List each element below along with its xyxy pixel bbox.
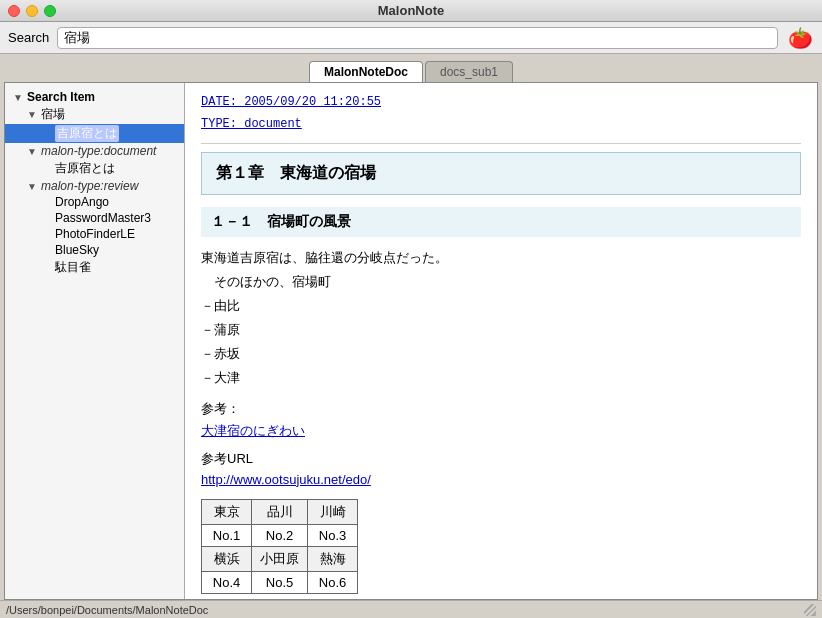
spacer-icon	[41, 211, 55, 225]
table-cell: No.6	[308, 571, 358, 593]
body-line-4: －蒲原	[201, 319, 801, 341]
title-bar: MalonNote	[0, 0, 822, 22]
body-line-3: －由比	[201, 295, 801, 317]
table-cell: No.2	[252, 524, 308, 546]
sidebar-item-dame-suzume[interactable]: 駄目雀	[5, 258, 184, 277]
sidebar-item-bluesky[interactable]: BlueSky	[5, 242, 184, 258]
spacer-icon	[41, 195, 55, 209]
sidebar: ▼ Search Item ▼ 宿場 吉原宿とは ▼ malon-type:do…	[5, 83, 185, 599]
search-input[interactable]	[57, 27, 778, 49]
sidebar-item-malon-document[interactable]: ▼ malon-type:document	[5, 143, 184, 159]
meta-type: TYPE: document	[201, 117, 801, 131]
resize-handle[interactable]	[804, 604, 816, 616]
table-cell: No.5	[252, 571, 308, 593]
table-cell: 熱海	[308, 546, 358, 571]
spacer-icon	[41, 243, 55, 257]
body-line-2: そのほかの、宿場町	[201, 271, 801, 293]
window-title: MalonNote	[378, 3, 444, 18]
content-pane: DATE: 2005/09/20 11:20:55 TYPE: document…	[185, 83, 817, 599]
main-content: ▼ Search Item ▼ 宿場 吉原宿とは ▼ malon-type:do…	[4, 82, 818, 600]
tab-docs-sub1[interactable]: docs_sub1	[425, 61, 513, 82]
table-cell: 東京	[202, 499, 252, 524]
ref-label: 参考：	[201, 400, 801, 418]
close-button[interactable]	[8, 5, 20, 17]
tab-bar: MalonNoteDoc docs_sub1	[0, 54, 822, 82]
ref-link[interactable]: 大津宿のにぎわい	[201, 423, 305, 438]
status-path: /Users/bonpei/Documents/MalonNoteDoc	[6, 604, 208, 616]
body-line-6: －大津	[201, 367, 801, 389]
chapter-title: 第１章 東海道の宿場	[201, 152, 801, 195]
window-buttons	[8, 5, 56, 17]
ref-url-label: 参考URL	[201, 450, 801, 468]
ref-url-link[interactable]: http://www.ootsujuku.net/edo/	[201, 472, 371, 487]
maximize-button[interactable]	[44, 5, 56, 17]
sidebar-item-yoshiwara[interactable]: 吉原宿とは	[5, 124, 184, 143]
meta-date: DATE: 2005/09/20 11:20:55	[201, 95, 801, 109]
table-cell: No.1	[202, 524, 252, 546]
arrow-icon: ▼	[27, 109, 41, 120]
body-line-1: 東海道吉原宿は、脇往還の分岐点だった。	[201, 247, 801, 269]
sidebar-item-malon-review[interactable]: ▼ malon-type:review	[5, 178, 184, 194]
spacer-icon	[41, 162, 55, 176]
sidebar-item-shukuba[interactable]: ▼ 宿場	[5, 105, 184, 124]
section-heading: １－１ 宿場町の風景	[201, 207, 801, 237]
sidebar-item-password-master[interactable]: PasswordMaster3	[5, 210, 184, 226]
table-cell: No.4	[202, 571, 252, 593]
table-cell: 横浜	[202, 546, 252, 571]
table-cell: 川崎	[308, 499, 358, 524]
table-cell: 小田原	[252, 546, 308, 571]
body-line-5: －赤坂	[201, 343, 801, 365]
body-text: 東海道吉原宿は、脇往還の分岐点だった。 そのほかの、宿場町 －由比 －蒲原 －赤…	[201, 247, 801, 390]
status-bar: /Users/bonpei/Documents/MalonNoteDoc	[0, 600, 822, 618]
sidebar-item-photo-finder[interactable]: PhotoFinderLE	[5, 226, 184, 242]
search-bar: Search 🍅	[0, 22, 822, 54]
tomato-icon[interactable]: 🍅	[786, 24, 814, 52]
table-cell: No.3	[308, 524, 358, 546]
sidebar-item-yoshiwara-doc[interactable]: 吉原宿とは	[5, 159, 184, 178]
minimize-button[interactable]	[26, 5, 38, 17]
table-cell: 品川	[252, 499, 308, 524]
data-table: 東京品川川崎No.1No.2No.3横浜小田原熱海No.4No.5No.6	[201, 499, 358, 594]
arrow-icon: ▼	[27, 181, 41, 192]
arrow-icon: ▼	[27, 146, 41, 157]
tab-malonnote-doc[interactable]: MalonNoteDoc	[309, 61, 423, 82]
spacer-icon	[41, 261, 55, 275]
sidebar-item-search-item[interactable]: ▼ Search Item	[5, 89, 184, 105]
spacer-icon	[41, 227, 55, 241]
spacer-icon	[41, 127, 55, 141]
search-label: Search	[8, 30, 49, 45]
divider	[201, 143, 801, 144]
arrow-icon: ▼	[13, 92, 27, 103]
sidebar-item-drop-ango[interactable]: DropAngo	[5, 194, 184, 210]
